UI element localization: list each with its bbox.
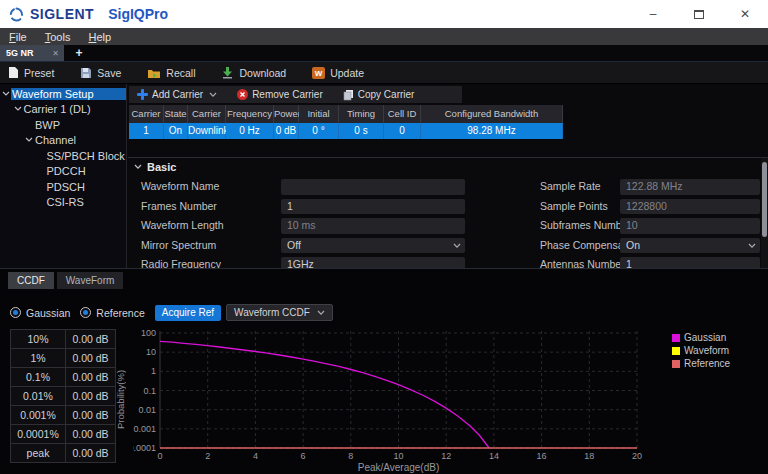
add-carrier-button[interactable]: Add Carrier — [137, 89, 217, 100]
save-label: Save — [97, 67, 121, 79]
reference-radio[interactable]: Reference — [80, 307, 144, 319]
svg-text:2: 2 — [205, 451, 210, 461]
legend-swatch-reference — [672, 360, 680, 368]
radio-dot — [83, 310, 88, 315]
chevron-down-icon — [134, 164, 142, 170]
stats-value: 0.00 dB — [66, 387, 116, 406]
floppy-icon — [80, 67, 92, 79]
legend-swatch-gaussian — [672, 334, 680, 342]
menu-bar: FileToolsHelp — [0, 28, 768, 45]
stats-percent: 10% — [11, 330, 66, 349]
cell-power: 0 dB — [274, 123, 299, 139]
tree-item-ss-pbch-block[interactable]: SS/PBCH Block — [0, 148, 126, 164]
svg-text:10: 10 — [146, 347, 156, 357]
preset-button[interactable]: Preset — [8, 66, 54, 79]
sample-rate-field[interactable]: 122.88 MHz — [620, 179, 760, 195]
close-button[interactable]: ✕ — [722, 0, 768, 28]
svg-text:0.0001: 0.0001 — [133, 443, 156, 453]
basic-section-header[interactable]: Basic — [134, 161, 176, 173]
tree-item-pdsch[interactable]: PDSCH — [0, 179, 126, 195]
svg-text:12: 12 — [441, 451, 451, 461]
minimize-button[interactable]: – — [630, 0, 676, 28]
carrier-table: CarrierStateCarrier TypeFrequency Offset… — [129, 105, 563, 139]
y-axis-label: Probability(%) — [115, 329, 128, 470]
tree-item-bwp[interactable]: BWP — [0, 117, 126, 133]
svg-text:18: 18 — [584, 451, 594, 461]
carrier-table-header: CarrierStateCarrier TypeFrequency Offset… — [129, 105, 563, 123]
tree-item-waveform-setup[interactable]: Waveform Setup — [0, 86, 126, 102]
tree-item-label: SS/PBCH Block — [46, 150, 127, 162]
waveform-ccdf-dropdown[interactable]: Waveform CCDF — [226, 304, 333, 321]
svg-text:14: 14 — [489, 451, 499, 461]
column-header-carrier: Carrier — [129, 105, 164, 123]
frames-number-field[interactable]: 1 — [281, 199, 465, 215]
gaussian-radio-label: Gaussian — [26, 307, 70, 319]
update-button[interactable]: WUpdate — [312, 67, 364, 79]
cell-timing-offset: 0 s — [339, 123, 384, 139]
column-header-configured-bandwidth: Configured Bandwidth — [421, 105, 563, 123]
scrollbar-thumb[interactable] — [762, 162, 767, 237]
basic-section: Basic Waveform NameSample Rate122.88 MHz… — [128, 158, 760, 268]
tree-item-label: Carrier 1 (DL) — [23, 103, 127, 115]
acquire-ref-button[interactable]: Acquire Ref — [155, 305, 221, 321]
menu-file[interactable]: File — [0, 31, 36, 43]
app-window: SIGLENT SigIQPro – ✕ FileToolsHelp 5G NR… — [0, 0, 768, 474]
mirror-spectrum-select[interactable]: Off — [281, 238, 465, 254]
chevron-down-icon[interactable] — [209, 92, 217, 98]
column-header-frequency-offset: Frequency Offset — [226, 105, 274, 123]
cell-carrier: 1 — [129, 123, 164, 139]
cell-state: On — [164, 123, 188, 139]
remove-icon — [237, 89, 248, 100]
cell-frequency-offset: 0 Hz — [226, 123, 274, 139]
maximize-button[interactable] — [676, 0, 722, 28]
waveform-name-label: Waveform Name — [141, 179, 276, 195]
tab-5g-nr[interactable]: 5G NR ✕ — [0, 45, 64, 61]
sample-points-field[interactable]: 1228800 — [620, 199, 760, 215]
stats-row: 0.0001%0.00 dB — [11, 425, 116, 444]
vertical-scrollbar[interactable] — [761, 158, 768, 268]
radio-icon — [10, 307, 21, 318]
form-row: Mirror SpectrumOffPhase CompensationOn — [128, 236, 760, 256]
tree-item-csi-rs[interactable]: CSI-RS — [0, 195, 126, 211]
legend-gaussian: Gaussian — [672, 333, 730, 343]
radio-icon — [80, 307, 91, 318]
svg-text:16: 16 — [537, 451, 547, 461]
menu-tools[interactable]: Tools — [36, 31, 80, 43]
add-tab-button[interactable]: + — [64, 45, 94, 61]
tab-waveform[interactable]: WaveForm — [57, 272, 124, 289]
copy-carrier-button[interactable]: Copy Carrier — [343, 89, 415, 101]
subframes-number-field[interactable]: 10 — [620, 218, 760, 234]
cell-carrier-type: Downlink — [188, 123, 226, 139]
download-label: Download — [239, 67, 286, 79]
analysis-tabs: CCDFWaveForm — [8, 272, 126, 289]
radio-frequency-field[interactable]: 1GHz — [281, 257, 465, 268]
tree-item-pdcch[interactable]: PDCCH — [0, 164, 126, 180]
document-tab-bar: 5G NR ✕ + — [0, 45, 768, 62]
download-button[interactable]: Download — [221, 67, 286, 79]
siglent-logo-icon — [8, 6, 25, 23]
waveform-name-field[interactable] — [281, 179, 465, 195]
recall-button[interactable]: Recall — [147, 67, 195, 79]
tab-close-icon[interactable]: ✕ — [52, 49, 59, 58]
remove-carrier-button[interactable]: Remove Carrier — [237, 89, 323, 100]
menu-help[interactable]: Help — [79, 31, 120, 43]
waveform-length-field[interactable]: 10 ms — [281, 218, 465, 234]
add-icon — [137, 89, 148, 100]
column-header-state: State — [164, 105, 188, 123]
stats-value: 0.00 dB — [66, 406, 116, 425]
tree-item-carrier-1-dl[interactable]: Carrier 1 (DL) — [0, 102, 126, 118]
tree-item-label: Waveform Setup — [11, 88, 126, 100]
tree-item-channel[interactable]: Channel — [0, 133, 126, 149]
antennas-number-field[interactable]: 1 — [620, 257, 760, 268]
tree-item-label: Channel — [34, 134, 126, 146]
table-row[interactable]: 1OnDownlink0 Hz0 dB0 °0 s098.28 MHz — [129, 123, 563, 139]
tab-ccdf[interactable]: CCDF — [8, 272, 54, 289]
phase-compensation-select[interactable]: On — [620, 238, 760, 254]
save-button[interactable]: Save — [80, 67, 121, 79]
main-area: Waveform SetupCarrier 1 (DL)BWPChannelSS… — [0, 84, 768, 268]
svg-text:6: 6 — [301, 451, 306, 461]
mirror-spectrum-label: Mirror Spectrum — [141, 238, 276, 254]
stats-row: 0.01%0.00 dB — [11, 387, 116, 406]
gaussian-radio[interactable]: Gaussian — [10, 307, 70, 319]
form-row: Waveform Length10 msSubframes Number10 — [128, 216, 760, 236]
